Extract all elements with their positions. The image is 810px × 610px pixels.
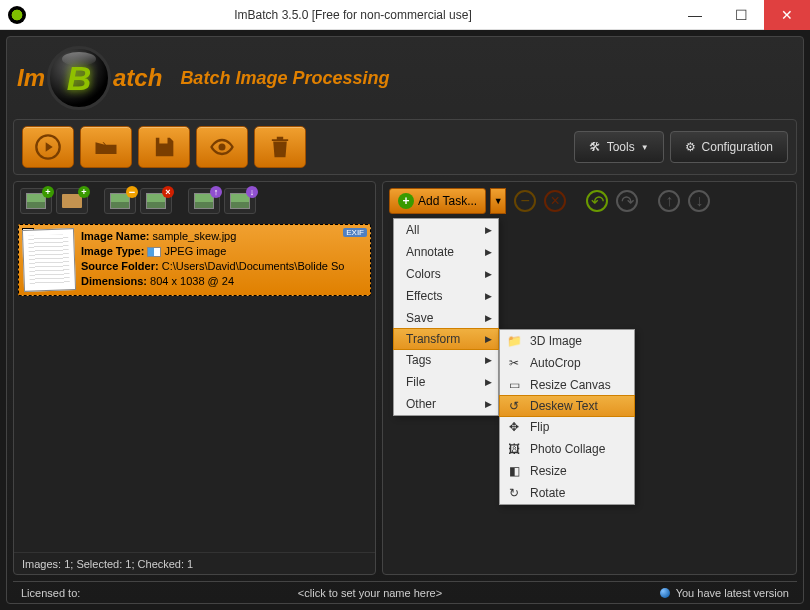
task-up-button[interactable]: ↑ [658, 190, 680, 212]
submenu-item-photo-collage[interactable]: 🖼Photo Collage [500, 438, 634, 460]
plus-icon: + [78, 186, 90, 198]
configuration-label: Configuration [702, 140, 773, 154]
down-icon: ↓ [246, 186, 258, 198]
open-folder-button[interactable] [80, 126, 132, 168]
menu-item-save[interactable]: Save▶ [394, 307, 498, 329]
save-button[interactable] [138, 126, 190, 168]
deskew-text-icon: ↺ [506, 398, 522, 414]
gear-icon: ⚙ [685, 140, 696, 154]
save-icon [150, 133, 178, 161]
image-item[interactable]: ✕ EXIF Image Name: sample_skew.jpg Image… [18, 224, 371, 296]
remove-selected-button[interactable]: − [104, 188, 136, 214]
header: Im B atch Batch Image Processing [7, 37, 803, 119]
preview-button[interactable] [196, 126, 248, 168]
undo-button[interactable]: ↶ [586, 190, 608, 212]
licensed-label: Licensed to: [21, 587, 80, 599]
menu-item-colors[interactable]: Colors▶ [394, 263, 498, 285]
main-toolbar: 🛠 Tools ▼ ⚙ Configuration [13, 119, 797, 175]
remove-all-button[interactable]: × [140, 188, 172, 214]
add-files-button[interactable]: + [20, 188, 52, 214]
submenu-item-3d-image[interactable]: 📁3D Image [500, 330, 634, 352]
maximize-button[interactable]: ☐ [718, 0, 764, 30]
trash-icon [266, 133, 294, 161]
task-down-button[interactable]: ↓ [688, 190, 710, 212]
task-pane: + Add Task... ▼ − × ↶ ↷ ↑ ↓ All▶Annotate… [382, 181, 797, 575]
app-icon: B [8, 6, 26, 24]
submenu-item-deskew-text[interactable]: ↺Deskew Text [499, 395, 635, 417]
submenu-item-rotate[interactable]: ↻Rotate [500, 482, 634, 504]
version-status: You have latest version [676, 587, 789, 599]
eye-icon [208, 133, 236, 161]
image-list-toolbar: + + − × ↑ ↓ [14, 182, 375, 220]
license-name-hint[interactable]: <click to set your name here> [298, 587, 442, 599]
status-dot-icon [660, 588, 670, 598]
x-icon: × [162, 186, 174, 198]
minus-icon: − [126, 186, 138, 198]
menu-item-tags[interactable]: Tags▶ [394, 349, 498, 371]
play-icon [34, 133, 62, 161]
logo: Im B atch Batch Image Processing [17, 46, 389, 110]
window-title: ImBatch 3.5.0 [Free for non-commercial u… [34, 8, 672, 22]
close-button[interactable]: ✕ [764, 0, 810, 30]
jpeg-icon [147, 247, 161, 257]
titlebar: B ImBatch 3.5.0 [Free for non-commercial… [0, 0, 810, 30]
autocrop-icon: ✂ [506, 355, 522, 371]
menu-item-all[interactable]: All▶ [394, 219, 498, 241]
image-list-status: Images: 1; Selected: 1; Checked: 1 [14, 552, 375, 574]
submenu-item-flip[interactable]: ✥Flip [500, 416, 634, 438]
menu-item-effects[interactable]: Effects▶ [394, 285, 498, 307]
submenu-item-resize-canvas[interactable]: ▭Resize Canvas [500, 374, 634, 396]
3d-image-icon: 📁 [506, 333, 522, 349]
logo-text-im: Im [17, 64, 45, 92]
add-task-dropdown-toggle[interactable]: ▼ [490, 188, 506, 214]
submenu-item-resize[interactable]: ◧Resize [500, 460, 634, 482]
up-icon: ↑ [210, 186, 222, 198]
photo-collage-icon: 🖼 [506, 441, 522, 457]
add-task-menu[interactable]: All▶Annotate▶Colors▶Effects▶Save▶Transfo… [393, 218, 499, 416]
add-task-label: Add Task... [418, 194, 477, 208]
folder-open-icon [92, 133, 120, 161]
submenu-item-autocrop[interactable]: ✂AutoCrop [500, 352, 634, 374]
logo-text-atch: atch [113, 64, 162, 92]
redo-button[interactable]: ↷ [616, 190, 638, 212]
plus-icon: + [42, 186, 54, 198]
window-body: Im B atch Batch Image Processing [0, 30, 810, 610]
minimize-button[interactable]: — [672, 0, 718, 30]
run-button[interactable] [22, 126, 74, 168]
image-list[interactable]: ✕ EXIF Image Name: sample_skew.jpg Image… [14, 220, 375, 552]
add-task-button[interactable]: + Add Task... [389, 188, 486, 214]
rotate-icon: ↻ [506, 485, 522, 501]
remove-task-button[interactable]: − [514, 190, 536, 212]
flip-icon: ✥ [506, 419, 522, 435]
tools-button[interactable]: 🛠 Tools ▼ [574, 131, 664, 163]
thumbnail [22, 228, 76, 292]
clear-tasks-button[interactable]: × [544, 190, 566, 212]
menu-item-other[interactable]: Other▶ [394, 393, 498, 415]
trash-button[interactable] [254, 126, 306, 168]
task-toolbar: + Add Task... ▼ − × ↶ ↷ ↑ ↓ [383, 182, 796, 220]
logo-subtitle: Batch Image Processing [180, 68, 389, 89]
menu-item-file[interactable]: File▶ [394, 371, 498, 393]
status-bar: Licensed to: <click to set your name her… [13, 581, 797, 603]
exif-badge: EXIF [343, 228, 367, 237]
chevron-down-icon: ▼ [641, 143, 649, 152]
menu-item-annotate[interactable]: Annotate▶ [394, 241, 498, 263]
add-folder-button[interactable]: + [56, 188, 88, 214]
move-up-button[interactable]: ↑ [188, 188, 220, 214]
menu-item-transform[interactable]: Transform▶ [393, 328, 499, 350]
plus-icon: + [398, 193, 414, 209]
transform-submenu[interactable]: 📁3D Image✂AutoCrop▭Resize Canvas↺Deskew … [499, 329, 635, 505]
wrench-icon: 🛠 [589, 140, 601, 154]
logo-b-circle: B [47, 46, 111, 110]
resize-icon: ◧ [506, 463, 522, 479]
resize-canvas-icon: ▭ [506, 377, 522, 393]
configuration-button[interactable]: ⚙ Configuration [670, 131, 788, 163]
tools-label: Tools [607, 140, 635, 154]
move-down-button[interactable]: ↓ [224, 188, 256, 214]
svg-point-1 [219, 144, 226, 151]
item-info: Image Name: sample_skew.jpg Image Type: … [81, 229, 366, 291]
image-list-pane: + + − × ↑ ↓ ✕ EXIF Image Name: sam [13, 181, 376, 575]
